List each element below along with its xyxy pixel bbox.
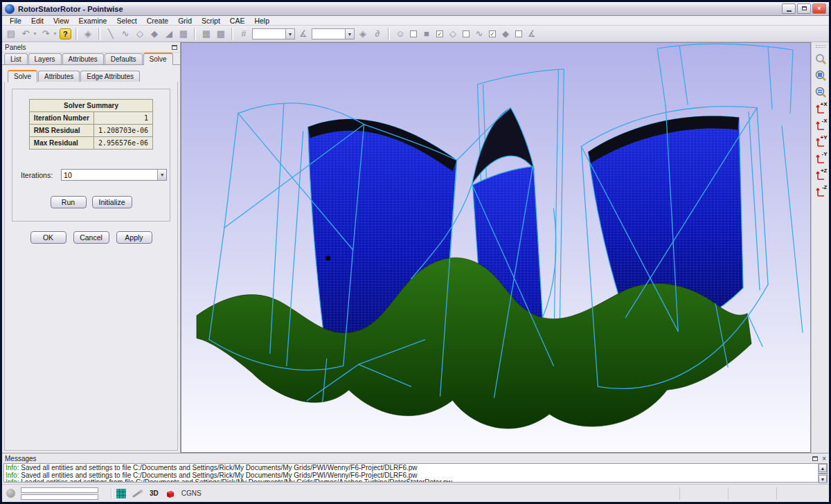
block-checkbox[interactable]: ✓	[436, 30, 443, 37]
cae-format-label: CGNS	[181, 489, 202, 497]
panels-caption-bar[interactable]: Panels	[2, 42, 180, 53]
view-minus-z-button[interactable]: -Z	[813, 184, 828, 199]
3d-scene	[181, 43, 810, 452]
view-plus-x-button[interactable]: +X	[813, 101, 828, 116]
view-plus-y-button[interactable]: +Y	[813, 134, 828, 149]
tab-attributes-inner[interactable]: Attributes	[38, 71, 80, 82]
angle-combobox[interactable]: ▼	[312, 28, 355, 39]
zoom-extents-icon[interactable]	[813, 68, 828, 82]
menu-select[interactable]: Select	[111, 17, 141, 25]
menu-examine[interactable]: Examine	[74, 17, 112, 25]
undo-icon[interactable]: ↶	[19, 28, 32, 40]
minimize-button[interactable]	[782, 3, 796, 14]
scroll-up-icon[interactable]: ▲	[819, 464, 827, 472]
view-minus-y-button[interactable]: -Y	[813, 151, 828, 165]
zoom-icon[interactable]	[813, 51, 828, 66]
iterations-input[interactable]	[62, 171, 157, 179]
menu-create[interactable]: Create	[142, 17, 174, 25]
layers-icon[interactable]: ◈	[82, 28, 94, 40]
chevron-down-icon[interactable]: ▼	[157, 170, 166, 180]
angle-toggle-icon[interactable]: ∡	[526, 28, 538, 40]
domain-checkbox[interactable]	[515, 30, 522, 37]
surface-toggle-icon[interactable]: ◇	[447, 28, 459, 40]
menu-cae[interactable]: CAE	[225, 17, 250, 25]
view-plus-z-button[interactable]: +Z	[813, 168, 828, 182]
chevron-down-icon[interactable]: ▼	[285, 29, 294, 39]
float-panel-icon[interactable]	[172, 45, 177, 50]
tab-attributes[interactable]: Attributes	[62, 53, 104, 64]
derivative-icon[interactable]: ∂	[371, 28, 384, 40]
redo-dropdown-icon[interactable]: ▼	[53, 31, 57, 36]
scrollbar-thumb[interactable]	[819, 473, 827, 474]
apply-button[interactable]: Apply	[116, 231, 152, 244]
run-button[interactable]: Run	[51, 196, 87, 208]
toolbar-grip[interactable]	[816, 45, 825, 48]
status-led	[6, 489, 15, 498]
title-bar[interactable]: RotorStatorRotor - Pointwise ×	[2, 2, 829, 16]
surface-checkbox[interactable]	[463, 30, 470, 37]
initialize-domain-icon[interactable]: ◈	[357, 28, 369, 40]
ok-button[interactable]: OK	[30, 231, 66, 244]
tab-edge-attributes-inner[interactable]: Edge Attributes	[80, 71, 140, 82]
toolbar-separator	[98, 28, 100, 40]
cancel-button[interactable]: Cancel	[73, 231, 109, 244]
curve-checkbox[interactable]: ✓	[489, 30, 496, 37]
menu-script[interactable]: Script	[197, 17, 225, 25]
table-row: RMS Residual 1.208703e-06	[29, 125, 152, 137]
domain-toggle-icon[interactable]: ◆	[499, 28, 512, 40]
toolbar-separator	[194, 28, 196, 40]
tab-list[interactable]: List	[4, 53, 28, 64]
shade-icon[interactable]: ☺	[394, 28, 406, 40]
point-marker	[325, 255, 330, 260]
angle-icon[interactable]: ∡	[297, 28, 310, 40]
close-messages-icon[interactable]: ×	[822, 455, 826, 462]
undo-dropdown-icon[interactable]: ▼	[33, 31, 37, 36]
create-block-icon[interactable]: ▦	[177, 28, 190, 40]
restore-button[interactable]	[797, 3, 811, 14]
curve-toggle-icon[interactable]: ∿	[473, 28, 485, 40]
window-title: RotorStatorRotor - Pointwise	[18, 5, 782, 13]
panels-sidebar: Panels List Layers Attributes Defaults S…	[2, 42, 181, 453]
tab-defaults[interactable]: Defaults	[105, 53, 143, 64]
chevron-down-icon[interactable]: ▼	[345, 29, 354, 39]
3d-viewport[interactable]	[181, 42, 811, 453]
menu-help[interactable]: Help	[249, 17, 274, 25]
block-toggle-icon[interactable]: ■	[420, 28, 433, 40]
create-curve-icon[interactable]: ∿	[119, 28, 132, 40]
initialize-button[interactable]: Initialize	[92, 196, 132, 208]
float-messages-icon[interactable]	[812, 456, 818, 461]
menu-view[interactable]: View	[48, 17, 74, 25]
redo-icon[interactable]: ↷	[39, 28, 52, 40]
close-button[interactable]: ×	[812, 3, 826, 14]
menu-grid[interactable]: Grid	[173, 17, 197, 25]
solver-groupbox: Solver Summary Iteration Number 1 RMS Re…	[12, 89, 170, 222]
help-icon[interactable]: ?	[60, 28, 71, 39]
unstructured-grid-icon[interactable]: ▩	[215, 28, 227, 40]
shade-checkbox[interactable]	[410, 30, 417, 37]
messages-caption-bar[interactable]: Messages ×	[2, 453, 829, 463]
create-domain-icon[interactable]: ◆	[148, 28, 161, 40]
dimension-icon[interactable]: #	[238, 28, 250, 40]
dimension-combobox[interactable]: ▼	[252, 28, 295, 39]
structured-grid-icon[interactable]: ▦	[200, 28, 213, 40]
max-residual-label: Max Residual	[29, 137, 93, 150]
save-icon[interactable]: ▤	[5, 28, 17, 40]
zoom-one-to-one-icon[interactable]	[813, 84, 828, 99]
tab-layers[interactable]: Layers	[28, 53, 62, 64]
menu-edit[interactable]: Edit	[26, 17, 48, 25]
iterations-combobox[interactable]: ▼	[61, 169, 167, 181]
create-surface-icon[interactable]: ◇	[134, 28, 146, 40]
messages-scrollbar[interactable]: ▲ ▼	[818, 464, 827, 482]
toolbar-separator	[75, 28, 78, 40]
pointwise-app-icon	[5, 4, 15, 14]
tab-solve-inner[interactable]: Solve	[8, 70, 37, 82]
iteration-number-value: 1	[93, 112, 152, 125]
tab-solve[interactable]: Solve	[143, 53, 173, 65]
menu-file[interactable]: File	[5, 17, 26, 25]
create-segment-icon[interactable]: ╲	[105, 28, 117, 40]
create-extrude-icon[interactable]: ◢	[163, 28, 175, 40]
panel-tabs: List Layers Attributes Defaults Solve	[2, 53, 180, 65]
scroll-down-icon[interactable]: ▼	[819, 475, 827, 483]
view-minus-x-button[interactable]: -X	[813, 118, 828, 132]
message-log: Info: Saved all entities and settings to…	[4, 464, 818, 482]
